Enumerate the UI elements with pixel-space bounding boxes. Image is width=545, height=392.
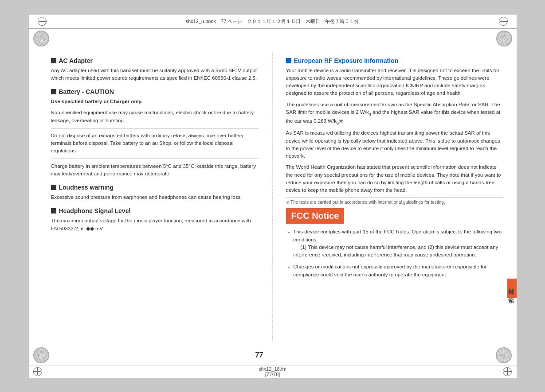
rf-square [286,58,291,63]
battery-bold-line: Use specified battery or Charger only. [51,98,259,105]
rf-footnote: ※ The tests are carried out in accordanc… [286,198,503,205]
section-battery-heading: Battery - CAUTION [51,88,259,95]
headphone-title: Headphone Signal Level [59,207,131,214]
top-corner-decorations [29,29,517,48]
fcc-notice-box: FCC Notice [286,208,345,224]
divider-1 [51,128,259,128]
battery-square [51,89,56,94]
battery-title: Battery - CAUTION [59,88,114,95]
bottom-left-crosshair [33,367,42,376]
fcc-bullet-1: - [288,228,290,259]
left-column: AC Adapter Any AC adapter used with this… [29,53,273,341]
loudness-title: Loudness warning [59,184,114,191]
bottom-left-gear [33,347,49,363]
fcc-item-1-text: This device complies with part 15 of the… [293,228,503,259]
fcc-bullet-2: - [288,263,290,279]
battery-body-3: Charge battery in ambient temperatures b… [51,163,259,178]
bottom-corner-area: 77 [29,345,517,365]
loudness-body: Excessive sound pressure from earphones … [51,194,259,201]
rf-body-3: As SAR is measured utilizing the devices… [286,129,503,160]
headphone-body: The maximum output voltage for the music… [51,217,259,233]
headphone-square [51,208,56,213]
page: shx12_u.book 77 ページ ２０１１年１２月１５日 木曜日 午後７時… [29,15,517,378]
header-bar: shx12_u.book 77 ページ ２０１１年１２月１５日 木曜日 午後７時… [29,15,517,29]
footer-file-info: shx12_18.fm [77/78] [259,366,286,377]
page-number: 77 [255,351,290,359]
header-text: shx12_u.book 77 ページ ２０１１年１２月１５日 木曜日 午後７時… [47,18,499,25]
right-column: European RF Exposure Information Your mo… [273,53,517,341]
bottom-right-gear [496,347,512,363]
rf-title: European RF Exposure Information [294,57,399,64]
battery-body-1: Non-specified equipment use may cause ma… [51,109,259,124]
top-right-gear [496,31,512,47]
content-area: AC Adapter Any AC adapter used with this… [29,48,517,345]
top-right-crosshair [499,17,508,26]
crosshair-mark-bl [34,368,41,375]
ac-adapter-square [51,58,56,63]
bottom-right-crosshair [503,367,512,376]
footer-pages: [77/78] [265,372,280,377]
fcc-title: FCC Notice [291,211,339,221]
section-headphone-heading: Headphone Signal Level [51,207,259,214]
top-left-crosshair [38,17,47,26]
crosshair-mark-br [504,368,511,375]
crosshair-mark-tl [39,18,46,25]
battery-body-2: Do not dispose of an exhausted battery w… [51,132,259,155]
section-ac-adapter-heading: AC Adapter [51,57,259,64]
section-rf-heading: European RF Exposure Information [286,57,503,64]
bottom-footer-bar: shx12_18.fm [77/78] [29,365,517,378]
crosshair-mark-tr [500,18,507,25]
rf-body-2: The guidelines use a unit of measurement… [286,101,503,126]
ac-adapter-body: Any AC adapter used with this handset mu… [51,67,259,82]
section-loudness-heading: Loudness warning [51,184,259,191]
page-wrapper: shx12_u.book 77 ページ ２０１１年１２月１５日 木曜日 午後７時… [0,0,545,392]
fcc-item-2-text: Changes or modifications not expressly a… [293,263,503,279]
fcc-item-1: - This device complies with part 15 of t… [286,228,503,259]
divider-2 [51,159,259,159]
fcc-item-2: - Changes or modifications not expressly… [286,263,503,279]
fcc-content: - This device complies with part 15 of t… [286,228,503,279]
fcc-item-1-sub: (1) This device may not cause harmful in… [293,245,498,257]
ac-adapter-title: AC Adapter [59,57,93,64]
rf-body-4: The World Health Organization has stated… [286,163,503,194]
side-tab-text: 付録／索引 [508,283,516,294]
top-left-gear [33,31,49,47]
rf-body-1: Your mobile device is a radio transmitte… [286,67,503,97]
side-tab: 付録／索引 [507,279,517,298]
loudness-square [51,185,56,190]
footer-filename: shx12_18.fm [259,366,286,372]
